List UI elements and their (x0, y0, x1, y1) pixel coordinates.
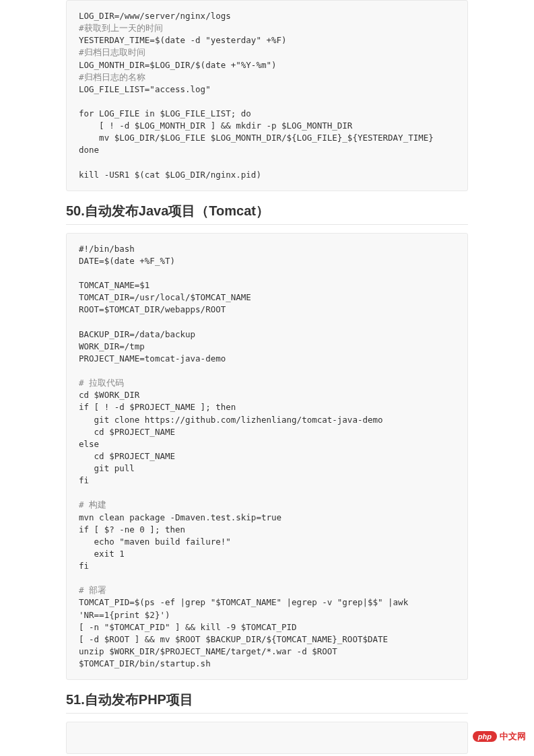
heading-51: 51.自动发布PHP项目 (66, 691, 468, 714)
document-page: LOG_DIR=/www/server/nginx/logs #获取到上一天的时… (0, 0, 534, 754)
watermark-badge: php (473, 731, 497, 742)
heading-50: 50.自动发布Java项目（Tomcat） (66, 202, 468, 225)
code-block-3 (66, 722, 468, 754)
code-block-2: #!/bin/bash DATE=$(date +%F_%T) TOMCAT_N… (66, 233, 468, 680)
code-block-1: LOG_DIR=/www/server/nginx/logs #获取到上一天的时… (66, 0, 468, 191)
watermark: php 中文网 (473, 730, 526, 743)
watermark-label: 中文网 (500, 730, 526, 743)
